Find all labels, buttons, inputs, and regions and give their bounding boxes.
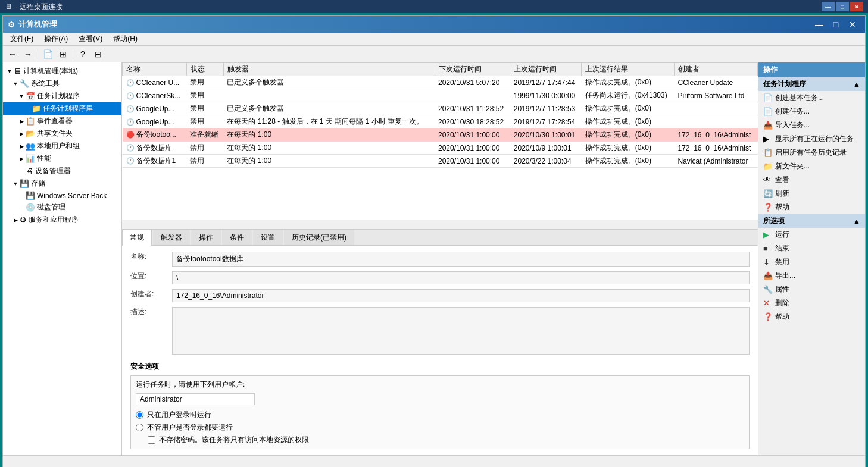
cell-1-4: 1999/11/30 0:00:00 — [510, 89, 582, 102]
action-s1-item-1[interactable]: 📄创建任务... — [758, 105, 865, 118]
table-row[interactable]: 🕐GoogleUp...禁用在每天的 11:28 - 触发后，在 1 天 期间每… — [123, 115, 758, 128]
sidebar-item-tools[interactable]: ▼ 🔧 系统工具 — [3, 77, 121, 90]
table-row[interactable]: 🕐备份数据库禁用在每天的 1:002020/10/31 1:00:002020/… — [123, 142, 758, 155]
action-s2-item-5[interactable]: ✕删除 — [758, 296, 865, 310]
actions-section1-title[interactable]: 任务计划程序 ▲ — [758, 77, 865, 91]
task-table-area[interactable]: 名称 状态 触发器 下次运行时间 上次运行时间 上次运行结果 创建者 🕐CCle… — [122, 62, 758, 220]
cell-2-1: 禁用 — [186, 102, 223, 115]
perf-icon: 📊 — [26, 154, 35, 163]
sidebar-item-wserver-backup[interactable]: 💾 Windows Server Back — [3, 190, 121, 201]
rdp-close-btn[interactable]: ✕ — [850, 2, 863, 11]
toolbar-help-btn[interactable]: ? — [76, 48, 90, 61]
cell-6-1: 禁用 — [186, 155, 223, 168]
name-value[interactable]: 备份tootootool数据库 — [172, 252, 750, 267]
cell-2-4: 2019/12/7 11:28:53 — [510, 102, 582, 115]
toolbar-doc-btn[interactable]: 📄 — [40, 48, 55, 61]
table-row[interactable]: 🕐GoogleUp...禁用已定义多个触发器2020/10/31 11:28:5… — [123, 102, 758, 115]
action-s2-item-1[interactable]: ■结束 — [758, 242, 865, 255]
cell-5-0: 🕐备份数据库 — [123, 142, 187, 155]
radio-always[interactable] — [136, 424, 143, 431]
menu-action[interactable]: 操作(A) — [39, 33, 73, 45]
desc-value[interactable] — [172, 307, 750, 355]
tab-history[interactable]: 历史记录(已禁用) — [284, 230, 354, 245]
action-s1-item-0[interactable]: 📄创建基本任务... — [758, 91, 865, 105]
tab-actions[interactable]: 操作 — [191, 230, 221, 245]
radio-row-2: 不管用户是否登录都要运行 — [136, 422, 744, 432]
sidebar-item-performance[interactable]: ▶ 📊 性能 — [3, 152, 121, 165]
sidebar-item-services[interactable]: ▶ ⚙ 服务和应用程序 — [3, 214, 121, 226]
sidebar-item-shared-folders[interactable]: ▶ 📂 共享文件夹 — [3, 127, 121, 140]
sidebar-item-storage[interactable]: ▼ 💾 存储 — [3, 177, 121, 190]
cell-4-0: 🔴备份tootoo... — [123, 128, 187, 142]
action-icon: 🔧 — [763, 285, 773, 294]
tab-general[interactable]: 常规 — [122, 230, 152, 246]
col-status[interactable]: 状态 — [186, 63, 223, 76]
detail-name-row: 名称: 备份tootootool数据库 — [130, 252, 750, 267]
toolbar-sep1 — [38, 49, 38, 59]
win-maximize-btn[interactable]: □ — [828, 18, 844, 30]
cell-2-6 — [674, 102, 757, 115]
cell-3-5: 操作成功完成。(0x0) — [582, 115, 675, 128]
cell-4-4: 2020/10/30 1:00:01 — [510, 128, 582, 142]
sidebar-label: 计算机管理(本地) — [23, 66, 78, 76]
tab-triggers[interactable]: 触发器 — [153, 230, 190, 245]
col-trigger[interactable]: 触发器 — [223, 63, 435, 76]
expand-icon: ▼ — [11, 181, 20, 187]
col-name[interactable]: 名称 — [123, 63, 187, 76]
table-row[interactable]: 🕐CCleanerSk...禁用1999/11/30 0:00:00任务尚未运行… — [123, 89, 758, 102]
win-minimize-btn[interactable]: — — [811, 18, 827, 30]
toolbar-back-btn[interactable]: ← — [5, 48, 20, 61]
location-value[interactable]: \ — [172, 271, 750, 284]
action-s2-item-6[interactable]: ❓帮助 — [758, 310, 865, 324]
sidebar-item-computer[interactable]: ▼ 🖥 计算机管理(本地) — [3, 65, 121, 77]
actions-section2-title[interactable]: 所选项 ▲ — [758, 214, 865, 228]
sidebar-item-local-users[interactable]: ▶ 👥 本地用户和组 — [3, 140, 121, 152]
action-s2-item-2[interactable]: ⬇禁用 — [758, 255, 865, 269]
table-row[interactable]: 🔴备份tootoo...准备就绪在每天的 1:002020/10/31 1:00… — [123, 128, 758, 142]
action-s1-item-3[interactable]: ▶显示所有正在运行的任务 — [758, 132, 865, 146]
tab-conditions[interactable]: 条件 — [222, 230, 252, 245]
menu-view[interactable]: 查看(V) — [74, 33, 107, 45]
action-s1-item-8[interactable]: ❓帮助 — [758, 200, 865, 214]
action-s1-item-2[interactable]: 📥导入任务... — [758, 118, 865, 132]
action-s1-item-5[interactable]: 📁新文件夹... — [758, 159, 865, 173]
col-creator[interactable]: 创建者 — [674, 63, 757, 76]
toolbar-forward-btn[interactable]: → — [21, 48, 35, 61]
col-last-result[interactable]: 上次运行结果 — [582, 63, 675, 76]
no-store-pwd-checkbox[interactable] — [148, 436, 155, 444]
cell-3-6 — [674, 115, 757, 128]
action-s1-item-4[interactable]: 📋启用所有任务历史记录 — [758, 146, 865, 159]
action-s2-item-4[interactable]: 🔧属性 — [758, 283, 865, 296]
table-row[interactable]: 🕐CCleaner U...禁用已定义多个触发器2020/10/31 5:07:… — [123, 76, 758, 89]
col-last-run[interactable]: 上次运行时间 — [510, 63, 582, 76]
sidebar-item-event-viewer[interactable]: ▶ 📋 事件查看器 — [3, 115, 121, 127]
tab-settings[interactable]: 设置 — [253, 230, 283, 245]
tools-icon: 🔧 — [20, 79, 29, 88]
toolbar-console-btn[interactable]: ⊟ — [91, 48, 105, 61]
creator-value[interactable]: 172_16_0_16\Administrator — [172, 289, 750, 302]
toolbar-grid-btn[interactable]: ⊞ — [56, 48, 70, 61]
sidebar-item-task-library[interactable]: 📁 任务计划程序库 — [3, 102, 121, 115]
sidebar-item-task-scheduler[interactable]: ▼ 📅 任务计划程序 — [3, 90, 121, 102]
action-s2-item-3[interactable]: 📤导出... — [758, 269, 865, 283]
rdp-maximize-btn[interactable]: □ — [836, 2, 849, 11]
table-row[interactable]: 🕐备份数据库1禁用在每天的 1:002020/10/31 1:00:002020… — [123, 155, 758, 168]
sidebar-item-disk-mgmt[interactable]: 💿 磁盘管理 — [3, 201, 121, 214]
menu-help[interactable]: 帮助(H) — [108, 33, 142, 45]
action-s1-item-7[interactable]: 🔄刷新 — [758, 187, 865, 200]
sidebar-item-device-manager[interactable]: 🖨 设备管理器 — [3, 165, 121, 177]
rdp-title: - 远程桌面连接 — [15, 2, 63, 12]
action-label: 帮助 — [775, 312, 789, 322]
detail-tabs: 常规 触发器 操作 条件 设置 历史记录(已禁用) — [122, 230, 758, 246]
menu-file[interactable]: 文件(F) — [5, 33, 38, 45]
h-scrollbar[interactable] — [122, 220, 758, 229]
radio-logged-in[interactable] — [136, 411, 143, 419]
actions-title: 操作 — [758, 62, 865, 77]
action-s2-item-0[interactable]: ▶运行 — [758, 228, 865, 242]
action-s1-item-6[interactable]: 👁查看 — [758, 173, 865, 187]
rdp-minimize-btn[interactable]: — — [822, 2, 835, 11]
cell-5-3: 2020/10/31 1:00:00 — [435, 142, 510, 155]
sidebar-label: Windows Server Back — [37, 192, 107, 200]
col-next-run[interactable]: 下次运行时间 — [435, 63, 510, 76]
win-close-btn[interactable]: ✕ — [845, 18, 860, 30]
